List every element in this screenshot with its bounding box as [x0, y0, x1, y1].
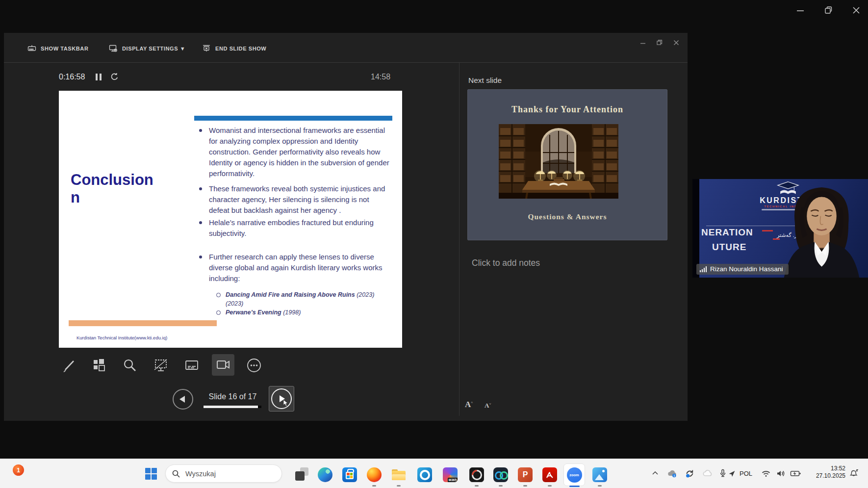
reset-timer-button[interactable] — [110, 72, 119, 81]
bullet-marker — [199, 129, 202, 132]
pen-tool-button[interactable] — [59, 356, 78, 375]
slideshow-progress-fill — [204, 406, 258, 408]
photos-icon — [592, 467, 607, 482]
tray-clock[interactable]: 13:52 27.10.2025 — [807, 465, 845, 480]
camera-toggle-button[interactable] — [212, 354, 234, 376]
taskbar-app-powerpoint[interactable]: P — [518, 467, 533, 482]
next-slide-heading: Next slide — [468, 76, 502, 85]
presenter-close-button[interactable] — [673, 39, 680, 46]
end-slideshow-icon — [202, 45, 211, 52]
slide-counter: Slide 16 of 17 — [200, 392, 266, 401]
more-options-button[interactable] — [244, 356, 264, 375]
tray-volume[interactable] — [776, 466, 786, 480]
battery-charging-icon — [790, 469, 802, 478]
tray-time: 13:52 — [807, 465, 845, 472]
works-list: Dancing Amid Fire and Raising Above Ruin… — [198, 290, 394, 317]
reset-timer-icon — [110, 72, 119, 81]
presenter-view-window: SHOW TASKBAR DISPLAY SETTINGS ▼ END SLID… — [4, 33, 688, 421]
tray-microphone[interactable] — [719, 466, 727, 480]
taskbar-app-firefox[interactable] — [367, 467, 382, 482]
ellipsis-icon — [246, 358, 262, 373]
panel-divider — [459, 63, 460, 416]
slide-title: Conclusion n — [71, 171, 161, 206]
all-slides-button[interactable] — [89, 356, 109, 375]
next-slide-preview[interactable]: Thanks for Your Attention — [467, 89, 667, 240]
running-indicator — [598, 485, 602, 487]
taskbar-search[interactable]: Wyszukaj — [165, 464, 282, 483]
circle-bullet-marker — [216, 310, 221, 315]
window-minimize-button[interactable] — [795, 6, 805, 16]
start-button[interactable] — [145, 468, 157, 480]
taskbar-app-microsoft365[interactable]: M365 — [443, 467, 458, 482]
zoom-slide-button[interactable] — [120, 356, 140, 375]
taskbar-app-file-explorer[interactable] — [391, 467, 406, 482]
taskbar-app-acrobat[interactable] — [542, 467, 557, 482]
end-slideshow-button[interactable]: END SLIDE SHOW — [202, 45, 266, 52]
restore-icon — [656, 39, 663, 46]
black-screen-button[interactable] — [151, 356, 171, 375]
display-settings-button[interactable]: DISPLAY SETTINGS ▼ — [109, 45, 185, 52]
tray-wifi[interactable] — [761, 466, 771, 480]
running-indicator — [499, 485, 503, 487]
audio-signal-icon — [700, 266, 707, 272]
tray-onedrive[interactable] — [702, 466, 713, 480]
taskbar-app-edge[interactable] — [318, 467, 332, 482]
current-time: 14:58 — [371, 73, 390, 81]
minimize-icon — [639, 40, 646, 47]
zoom-icon: zoom — [567, 467, 582, 483]
store-icon — [342, 467, 357, 482]
taskbar-app-zoom[interactable]: zoom — [563, 463, 585, 486]
bullet-marker — [199, 256, 202, 258]
captions-button[interactable] — [182, 356, 202, 375]
previous-slide-button[interactable] — [173, 389, 193, 410]
taskbar-app-obs[interactable] — [469, 467, 484, 482]
elapsed-timer: 0:16:58 — [59, 73, 85, 81]
tray-battery[interactable] — [790, 466, 802, 480]
slide-bullet: These frameworks reveal both systemic in… — [198, 183, 390, 216]
presenter-minimize-button[interactable] — [639, 40, 646, 47]
language-indicator[interactable]: POL — [740, 470, 752, 477]
tray-notifications[interactable] — [849, 466, 859, 480]
window-close-button[interactable] — [851, 5, 861, 15]
tray-sync-status[interactable] — [685, 466, 695, 480]
presenter-restore-button[interactable] — [656, 39, 663, 46]
slide-blue-accent-bar — [194, 116, 392, 121]
running-indicator — [523, 485, 527, 487]
tray-expand-button[interactable] — [651, 466, 660, 480]
taskbar-icon — [27, 45, 36, 52]
bullet-marker — [199, 221, 202, 224]
slide-bullet: Helale’s narrative embodies fractured bu… — [198, 217, 390, 239]
decrease-font-button[interactable]: A˅ — [485, 402, 491, 410]
all-slides-icon — [92, 358, 106, 373]
acrobat-icon — [542, 467, 557, 482]
taskbar-app-webex[interactable] — [493, 467, 508, 482]
window-restore-button[interactable] — [824, 5, 834, 15]
notes-placeholder[interactable]: Click to add notes — [472, 258, 540, 268]
tray-onedrive-status[interactable] — [667, 466, 678, 480]
taskbar: 1 Wyszukaj — [0, 459, 868, 488]
notification-badge[interactable]: 1 — [13, 464, 24, 476]
taskbar-app-photos[interactable] — [592, 467, 607, 482]
tray-location[interactable] — [728, 466, 736, 480]
taskbar-app-store[interactable] — [342, 467, 357, 482]
toolbar-divider — [4, 62, 688, 63]
banner-word-top: NERATION — [701, 227, 753, 238]
pen-icon — [61, 358, 76, 373]
search-placeholder: Wyszukaj — [185, 470, 216, 478]
camera-icon — [215, 358, 231, 372]
increase-font-button[interactable]: A˄ — [465, 400, 473, 410]
next-slide-button[interactable] — [269, 386, 294, 411]
microphone-icon — [719, 469, 727, 478]
task-view-button[interactable] — [295, 466, 310, 481]
pause-timer-button[interactable] — [96, 74, 102, 80]
obs-icon — [469, 467, 484, 482]
circle-bullet-marker — [216, 293, 221, 297]
running-indicator — [548, 485, 552, 487]
wifi-icon — [761, 469, 771, 478]
taskbar-app-outlook[interactable] — [417, 467, 432, 482]
slide-footer: Kurdistan Technical Institute(www.kti.ed… — [77, 335, 167, 340]
next-slide-title: Thanks for Your Attention — [468, 104, 667, 115]
participant-name: Rizan Nouraldin Hassani — [710, 265, 783, 273]
m365-badge: M365 — [448, 478, 458, 482]
show-taskbar-button[interactable]: SHOW TASKBAR — [27, 45, 88, 52]
